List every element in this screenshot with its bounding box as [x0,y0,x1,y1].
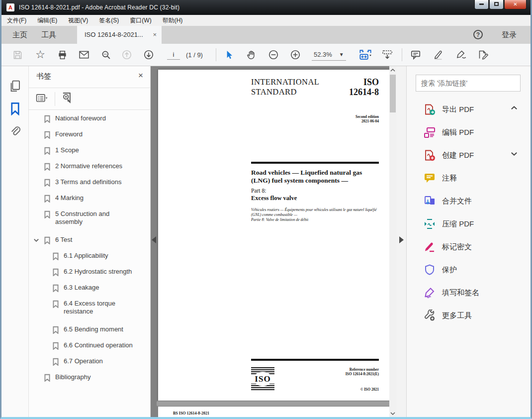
bookmarks-nav-button[interactable] [9,102,21,117]
zoom-out-button[interactable] [268,49,279,60]
bookmark-leakage[interactable]: 6.3 Leakage [29,284,150,292]
bookmark-continued-operation[interactable]: 6.6 Continued operation [29,341,150,350]
horizontal-scrollbar-thumb[interactable] [157,401,393,406]
search-button[interactable] [100,49,111,60]
zoom-level-select[interactable]: 52.3% ▼ [312,49,346,61]
next-page-button[interactable] [143,49,154,60]
reading-mode-button[interactable] [382,49,393,60]
tool-more-tools[interactable]: 更多工具 [407,304,531,327]
bookmark-national-foreword[interactable]: National foreword [29,114,150,123]
bookmark-hydrostatic-strength[interactable]: 6.2 Hydrostatic strength [29,268,150,276]
title-bar[interactable]: A ISO 12614-8-2021.pdf - Adobe Acrobat R… [1,0,531,15]
tool-create-pdf[interactable]: 创建 PDF [407,144,531,167]
menu-view[interactable]: 视图(V) [63,15,93,26]
bookmark-terms-definitions[interactable]: 3 Terms and definitions [29,178,150,187]
highlight-tool-button[interactable] [433,49,444,60]
part-title: Excess flow valve [251,195,297,202]
attachments-button[interactable] [9,125,21,139]
bookmark-excess-torque[interactable]: 6.4 Excess torque resistance [29,300,150,315]
tool-edit-pdf[interactable]: 编辑 PDF [407,121,531,144]
bookmark-test[interactable]: 6 Test [29,236,150,244]
window-title: ISO 12614-8-2021.pdf - Adobe Acrobat Rea… [19,4,179,11]
comment-tool-button[interactable] [410,49,421,60]
help-icon[interactable]: ? [473,30,483,39]
email-button[interactable] [79,49,89,60]
scroll-down-button[interactable] [389,410,396,417]
bookmark-scope[interactable]: 1 Scope [29,146,150,155]
tab-close-icon[interactable]: × [153,26,157,44]
bookmark-icon [52,284,59,292]
tab-home[interactable]: 主页 [12,26,27,44]
scroll-up-button[interactable] [389,66,396,74]
fit-width-icon [359,49,372,60]
tool-comment[interactable]: 注释 [407,167,531,190]
tool-export-pdf[interactable]: 导出 PDF [407,98,531,121]
tab-document[interactable]: ISO 12614-8-2021... × [77,26,162,44]
tool-protect[interactable]: 保护 [407,258,531,281]
bookmark-bending-moment[interactable]: 6.5 Bending moment [29,325,150,334]
expand-right-panel-icon[interactable] [399,236,404,243]
maximize-button[interactable] [489,0,504,9]
select-tool-button[interactable] [223,49,234,60]
fill-sign-icon [424,287,436,299]
menu-file[interactable]: 文件(F) [1,15,32,26]
left-nav-strip [1,66,29,417]
compress-pdf-icon [424,218,436,230]
bookmark-applicability[interactable]: 6.1 Applicability [29,252,150,260]
minimize-button[interactable] [474,0,489,9]
fit-width-button[interactable] [358,49,373,60]
page-thumbnails-button[interactable] [9,80,21,95]
bookmark-icon [44,147,51,155]
tools-search-input[interactable] [416,75,521,92]
vertical-scrollbar[interactable] [389,66,396,417]
close-button[interactable]: ✕ [504,0,527,9]
close-icon: ✕ [513,1,517,7]
bookmark-foreword[interactable]: Foreword [29,130,150,139]
save-button[interactable] [12,49,23,60]
chevron-down-icon [390,412,395,416]
bookmark-operation[interactable]: 6.7 Operation [29,357,150,366]
bookmark-icon [52,300,59,308]
menu-sign[interactable]: 签名(S) [93,15,124,26]
tab-tools[interactable]: 工具 [41,26,56,44]
bookmark-marking[interactable]: 4 Marking [29,194,150,203]
bookmarks-header: 书签 × [29,66,150,88]
sign-in-button[interactable]: 登录 [502,26,517,44]
tool-combine-files[interactable]: 合并文件 [407,190,531,212]
page-header-right: ISO 12614-8 [349,77,379,97]
bookmarks-options-row [29,88,150,110]
menu-help[interactable]: 帮助(H) [157,15,188,26]
bookmark-bibliography[interactable]: Bibliography [29,373,150,382]
page-number-input[interactable] [167,50,180,60]
vertical-scrollbar-thumb[interactable] [390,75,396,112]
bookmark-normative-references[interactable]: 2 Normative references [29,162,150,171]
hand-tool-button[interactable] [246,49,257,60]
bookmarks-panel: 书签 × National foreword Foreword 1 Scope … [29,66,151,417]
menu-edit[interactable]: 编辑(E) [32,15,63,26]
star-button[interactable]: ☆ [35,49,46,60]
menu-window[interactable]: 窗口(W) [124,15,157,26]
edit-pdf-icon [424,126,436,138]
pdf-page-1[interactable]: INTERNATIONAL STANDARD ISO 12614-8 Secon… [158,70,393,401]
tool-fill-sign[interactable]: 填写和签名 [407,281,531,304]
bookmark-options-button[interactable] [36,93,48,106]
pdf-page-2-partial[interactable]: BS ISO 12614-8-2021 [158,407,393,417]
next-page-header: BS ISO 12614-8-2021 [173,411,209,416]
highlighter-icon [434,50,443,60]
fill-sign-tool-button[interactable] [456,49,467,60]
tool-redact[interactable]: 标记密文 [407,235,531,258]
zoom-in-button[interactable] [290,49,301,60]
redact-icon [424,241,436,253]
tool-compress-pdf[interactable]: 压缩 PDF [407,212,531,235]
minus-circle-icon [268,50,278,60]
stamp-tool-button[interactable] [478,49,489,60]
bookmark-icon [9,102,21,115]
bookmark-icon [44,115,51,123]
document-area[interactable]: INTERNATIONAL STANDARD ISO 12614-8 Secon… [151,66,406,417]
bookmark-construction-assembly[interactable]: 5 Construction and assembly [29,210,150,226]
previous-page-button[interactable] [121,49,132,60]
collapse-left-panel-icon[interactable] [152,236,156,243]
expand-current-bookmark-button[interactable] [61,92,74,107]
print-button[interactable] [57,49,68,60]
bookmarks-close-icon[interactable]: × [138,71,143,81]
